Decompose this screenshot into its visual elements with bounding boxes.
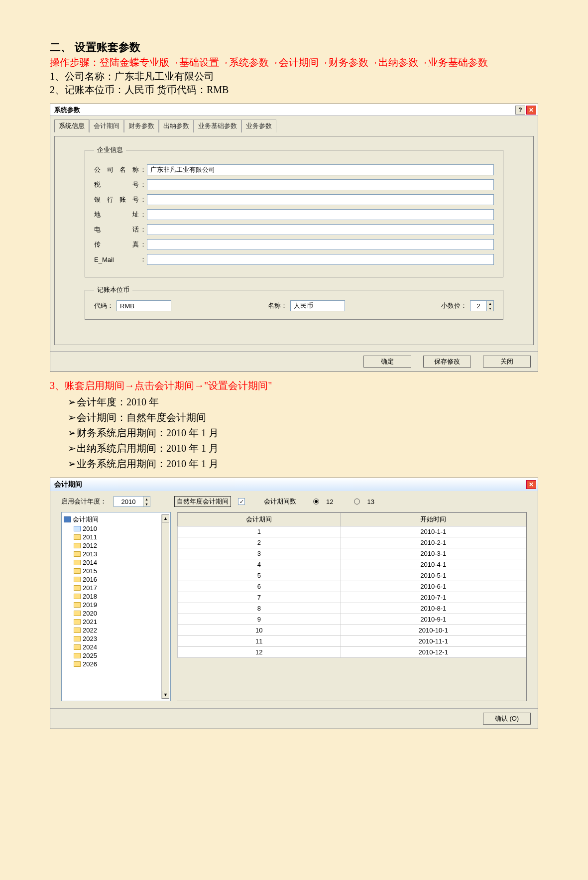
chevron-up-icon[interactable]: ▲ <box>486 301 493 306</box>
folder-icon <box>74 594 81 599</box>
folder-icon <box>74 526 81 531</box>
tree-year-node[interactable]: 2023 <box>63 634 160 643</box>
close-icon[interactable]: ✕ <box>526 106 536 115</box>
tree-year-node[interactable]: 2017 <box>63 584 160 592</box>
table-row[interactable]: 102010-10-1 <box>178 625 526 636</box>
dialog2-title: 会计期间 <box>54 480 82 489</box>
folder-icon <box>74 611 81 616</box>
tab-cashier[interactable]: 出纳参数 <box>159 120 194 132</box>
tax-input[interactable] <box>147 179 494 190</box>
label-company: 公司名称 <box>94 165 139 174</box>
dialog2-titlebar: 会计期间 ✕ <box>50 478 538 491</box>
tab-bar: 系统信息 会计期间 财务参数 出纳参数 业务基础参数 业务参数 <box>54 119 534 132</box>
email-input[interactable] <box>147 254 494 265</box>
tree-root-icon <box>64 516 71 522</box>
tab-finance[interactable]: 财务参数 <box>124 120 159 132</box>
table-row[interactable]: 52010-5-1 <box>178 570 526 581</box>
chevron-down-icon[interactable]: ▼ <box>143 502 150 506</box>
label-tax: 税 号 <box>94 180 139 189</box>
code-label: 代码： <box>94 301 114 310</box>
label-tel: 电 话 <box>94 225 139 234</box>
section-heading: 二、 设置账套参数 <box>50 40 538 55</box>
year-tree[interactable]: 会计期间 20102011201220132014201520162017201… <box>61 512 171 701</box>
company-input[interactable] <box>147 164 494 175</box>
system-params-dialog: 系统参数 ? ✕ 系统信息 会计期间 财务参数 出纳参数 业务基础参数 业务参数… <box>50 104 538 372</box>
name-input[interactable] <box>290 300 345 311</box>
confirm-button[interactable]: 确认 (O) <box>483 713 531 725</box>
radio-12[interactable] <box>313 499 319 504</box>
bullet-5: ➢业务系统启用期间：2010 年 1 月 <box>68 457 538 471</box>
acct-period-dialog: 会计期间 ✕ 启用会计年度： 2010 ▲▼ 自然年度会计期间 ✓ 会计期间数 … <box>50 478 538 729</box>
company-name-line: 1、公司名称：广东非凡工业有限公司 <box>50 70 538 83</box>
tree-year-node[interactable]: 2015 <box>63 567 160 575</box>
code-input[interactable] <box>117 300 171 311</box>
tree-year-node[interactable]: 2013 <box>63 550 160 558</box>
tree-year-node[interactable]: 2024 <box>63 643 160 651</box>
table-row[interactable]: 82010-8-1 <box>178 603 526 614</box>
start-year-label: 启用会计年度： <box>61 497 107 506</box>
radio-13[interactable] <box>354 499 360 504</box>
period-count-label: 会计期间数 <box>264 497 296 506</box>
chevron-down-icon[interactable]: ▼ <box>486 306 493 311</box>
tel-input[interactable] <box>147 224 494 235</box>
tree-year-node[interactable]: 2018 <box>63 592 160 601</box>
tab-biz[interactable]: 业务参数 <box>241 120 276 132</box>
operation-steps: 操作步骤：登陆金蝶专业版→基础设置→系统参数→会计期间→财务参数→出纳参数→业务… <box>50 55 538 70</box>
table-row[interactable]: 62010-6-1 <box>178 581 526 592</box>
dec-label: 小数位： <box>441 301 467 310</box>
table-row[interactable]: 112010-11-1 <box>178 636 526 647</box>
tree-year-node[interactable]: 2010 <box>63 524 160 533</box>
ok-button[interactable]: 确定 <box>363 356 411 368</box>
tree-year-node[interactable]: 2011 <box>63 533 160 541</box>
tree-scrollbar[interactable]: ▲ ▼ <box>161 514 169 699</box>
start-year-stepper[interactable]: 2010 ▲▼ <box>114 496 150 507</box>
folder-icon <box>74 577 81 582</box>
decimals-stepper[interactable]: 2 ▲▼ <box>470 300 494 311</box>
natural-period-button[interactable]: 自然年度会计期间 <box>174 496 231 507</box>
tab-biz-basic[interactable]: 业务基础参数 <box>194 120 241 132</box>
help-icon[interactable]: ? <box>515 106 525 115</box>
tree-year-node[interactable]: 2026 <box>63 660 160 668</box>
tab-system-info[interactable]: 系统信息 <box>54 120 89 132</box>
table-row[interactable]: 22010-2-1 <box>178 537 526 548</box>
folder-icon <box>74 619 81 625</box>
tree-year-node[interactable]: 2022 <box>63 626 160 634</box>
table-row[interactable]: 12010-1-1 <box>178 526 526 537</box>
tree-root[interactable]: 会计期间 <box>63 514 160 524</box>
tab-acct-period[interactable]: 会计期间 <box>89 120 124 132</box>
fax-input[interactable] <box>147 239 494 250</box>
table-row[interactable]: 32010-3-1 <box>178 548 526 559</box>
folder-icon <box>74 543 81 548</box>
folder-icon <box>74 568 81 574</box>
bank-input[interactable] <box>147 194 494 205</box>
folder-icon <box>74 628 81 633</box>
period-grid: 会计期间 开始时间 12010-1-122010-2-132010-3-1420… <box>177 512 527 701</box>
scroll-down-icon[interactable]: ▼ <box>162 691 169 699</box>
scroll-up-icon[interactable]: ▲ <box>162 514 169 522</box>
table-row[interactable]: 122010-12-1 <box>178 647 526 658</box>
label-bank: 银行账号 <box>94 195 139 204</box>
tree-year-node[interactable]: 2012 <box>63 541 160 550</box>
natural-period-checkbox[interactable]: ✓ <box>238 498 245 505</box>
bullet-2: ➢会计期间：自然年度会计期间 <box>68 411 538 424</box>
currency-line: 2、记账本位币：人民币 货币代码：RMB <box>50 83 538 97</box>
addr-input[interactable] <box>147 209 494 220</box>
bullet-1: ➢会计年度：2010 年 <box>68 395 538 409</box>
chevron-up-icon[interactable]: ▲ <box>143 497 150 502</box>
close-button[interactable]: 关闭 <box>483 356 531 368</box>
table-row[interactable]: 92010-9-1 <box>178 614 526 625</box>
folder-icon <box>74 560 81 565</box>
table-row[interactable]: 72010-7-1 <box>178 592 526 603</box>
save-button[interactable]: 保存修改 <box>423 356 471 368</box>
folder-icon <box>74 644 81 650</box>
tree-year-node[interactable]: 2019 <box>63 601 160 609</box>
tree-year-node[interactable]: 2014 <box>63 558 160 567</box>
tree-year-node[interactable]: 2025 <box>63 651 160 660</box>
tree-year-node[interactable]: 2016 <box>63 575 160 584</box>
tree-year-node[interactable]: 2020 <box>63 609 160 618</box>
tree-year-node[interactable]: 2021 <box>63 618 160 626</box>
col-start: 开始时间 <box>341 513 526 526</box>
table-row[interactable]: 42010-4-1 <box>178 559 526 570</box>
close-icon[interactable]: ✕ <box>526 480 536 489</box>
radio-12-label: 12 <box>326 498 333 505</box>
